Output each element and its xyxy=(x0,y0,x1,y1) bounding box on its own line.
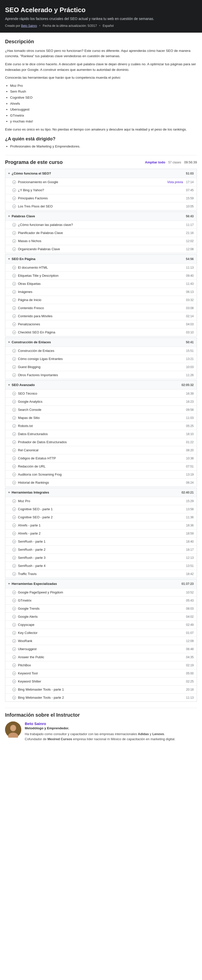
lecture-duration: 10:38 xyxy=(186,457,194,460)
lecture-item[interactable]: Construcción de Enlaces 15:51 xyxy=(5,347,197,355)
lecture-item[interactable]: Contenido para Móviles 02:14 xyxy=(5,312,197,320)
lecture-item[interactable]: Imágenes 06:13 xyxy=(5,288,197,296)
lecture-item[interactable]: Ahrefs - parte 2 18:59 xyxy=(5,529,197,537)
lecture-item[interactable]: Penalizaciones 04:03 xyxy=(5,320,197,328)
lecture-item[interactable]: Ubersuggest 06:48 xyxy=(5,645,197,653)
description-para-3: Conocerás las herramientas que harán que… xyxy=(5,75,197,80)
lecture-item[interactable]: Ahrefs - parte 1 18:36 xyxy=(5,521,197,529)
section-group-header[interactable]: ▾ Herramientas Especializadas 01:37:23 xyxy=(5,579,197,588)
lecture-item[interactable]: Google Alerts 04:02 xyxy=(5,612,197,620)
section-group-header[interactable]: ▾ Construcción de Enlaces 50:41 xyxy=(5,338,197,347)
lecture-item[interactable]: Guest Blogging 10:03 xyxy=(5,363,197,371)
lecture-item[interactable]: Cómo consigo Ligas Entrantes 13:21 xyxy=(5,355,197,363)
instructor-info: Beto Sainro Metodólogo y Emprendedor. Ha… xyxy=(25,721,175,741)
lecture-item[interactable]: Google PageSpeed y Pingdom 10:52 xyxy=(5,588,197,596)
lecture-item[interactable]: Otros Factores Importantes 11:26 xyxy=(5,371,197,379)
lecture-item[interactable]: Códigos de Estatus HTTP 10:38 xyxy=(5,454,197,462)
lecture-item[interactable]: SemRush - parte 1 18:40 xyxy=(5,537,197,546)
author-link[interactable]: Beto Sainro xyxy=(21,24,37,27)
lecture-duration: 13:21 xyxy=(186,357,194,361)
lecture-item[interactable]: Keyword Tool 05:00 xyxy=(5,669,197,677)
lecture-item[interactable]: SEO Técnico 16:39 xyxy=(5,389,197,398)
section-group-header[interactable]: ▾ Palabras Clave 56:43 xyxy=(5,212,197,221)
lecture-item[interactable]: Traffic Travis 18:42 xyxy=(5,570,197,578)
instructor-role: Metodólogo y Emprendedor. xyxy=(25,726,175,730)
svg-point-3 xyxy=(11,725,16,731)
lecture-name: Bing Webmaster Tools - parte 1 xyxy=(18,687,186,691)
lecture-duration: 11:13 xyxy=(186,696,194,700)
lecture-item[interactable]: Google Trends 08:03 xyxy=(5,605,197,612)
section-duration: 02:40:21 xyxy=(181,491,194,494)
lecture-item[interactable]: El documento HTML 11:13 xyxy=(5,263,197,271)
lecture-name: Contenido Fresco xyxy=(18,306,186,310)
instructor-name[interactable]: Beto Sainro xyxy=(25,721,175,726)
section-title: ¿Cómo funciona el SEO? xyxy=(12,172,51,175)
lecture-item[interactable]: Search Console 09:58 xyxy=(5,406,197,414)
lecture-item[interactable]: Robots.txt 05:25 xyxy=(5,422,197,430)
lecture-duration: 07:51 xyxy=(186,465,194,468)
lecture-item[interactable]: Posicionamiento en Google Vista previa 1… xyxy=(5,178,197,186)
lecture-item[interactable]: Probador de Datos Estructurados 01:22 xyxy=(5,438,197,446)
lecture-item[interactable]: Los Tres Pisos del SEO 10:05 xyxy=(5,202,197,210)
lecture-duration: 20:18 xyxy=(186,688,194,691)
section-group-header[interactable]: ▾ SEO En Página 54:56 xyxy=(5,255,197,263)
play-icon xyxy=(13,631,16,635)
lecture-duration: 04:35 xyxy=(186,655,194,659)
lecture-item[interactable]: Google Analytics 16:23 xyxy=(5,398,197,406)
lecture-item[interactable]: Redacción de URL 07:51 xyxy=(5,462,197,470)
section-group-header[interactable]: ▾ ¿Cómo funciona el SEO? 51:03 xyxy=(5,169,197,178)
lecture-item[interactable]: Masas o Nichos 12:02 xyxy=(5,237,197,245)
lecture-item[interactable]: Copyscape 02:49 xyxy=(5,620,197,628)
lecture-item[interactable]: Principales Factores 15:59 xyxy=(5,194,197,202)
lecture-name: Probador de Datos Estructurados xyxy=(18,440,186,444)
lecture-item[interactable]: SemRush - parte 2 18:17 xyxy=(5,546,197,554)
lecture-item[interactable]: Historial de Rankings 06:24 xyxy=(5,478,197,487)
lecture-item[interactable]: SemRush - parte 4 13:51 xyxy=(5,562,197,570)
lecture-item[interactable]: Organizando Palabras Clave 12:08 xyxy=(5,245,197,253)
lecture-item[interactable]: Cognitive SEO - parte 2 11:36 xyxy=(5,513,197,521)
section-group-header[interactable]: ▾ Herramientas Integrales 02:40:21 xyxy=(5,488,197,497)
play-icon xyxy=(13,599,16,602)
play-icon xyxy=(13,274,16,277)
lecture-name: Ahrefs - parte 1 xyxy=(18,523,186,527)
section-group-header[interactable]: ▾ SEO Avanzado 02:05:32 xyxy=(5,380,197,389)
play-icon xyxy=(13,481,16,484)
lecture-item[interactable]: Cognitive SEO - parte 1 13:58 xyxy=(5,505,197,513)
lecture-item[interactable]: Mapas de Sitio 11:03 xyxy=(5,414,197,422)
lecture-item[interactable]: Moz Pro 15:29 xyxy=(5,497,197,505)
expand-all-link[interactable]: Ampliar todo xyxy=(145,161,165,164)
lecture-item[interactable]: Etiquetas Title y Description 09:40 xyxy=(5,271,197,280)
section-group: ▾ SEO Avanzado 02:05:32 SEO Técnico 16:3… xyxy=(5,380,197,487)
lecture-item[interactable]: Datos Estructurados 18:10 xyxy=(5,430,197,438)
lecture-preview-link[interactable]: Vista previa xyxy=(167,180,183,184)
lecture-name: Answer the Public xyxy=(18,655,186,659)
lecture-item[interactable]: ¿Cómo funcionan las palabras clave? 11:1… xyxy=(5,221,197,229)
lecture-item[interactable]: Rel Canonical 08:20 xyxy=(5,446,197,454)
lecture-duration: 11:03 xyxy=(186,416,194,420)
instructor-section-title: Información sobre el Instructor xyxy=(5,712,197,718)
tool-item: Cognitive SEO xyxy=(10,95,197,100)
lecture-item[interactable]: PitchBox 02:19 xyxy=(5,661,197,669)
lecture-item[interactable]: Keyword Shitter 02:25 xyxy=(5,677,197,685)
lecture-item[interactable]: Key Collector 01:07 xyxy=(5,628,197,637)
lecture-item[interactable]: GTmetrix 05:43 xyxy=(5,596,197,605)
lecture-item[interactable]: Bing Webmaster Tools - parte 2 11:13 xyxy=(5,694,197,702)
lecture-item[interactable]: Answer the Public 04:35 xyxy=(5,653,197,661)
lecture-item[interactable]: Auditoría con Screaming Frog 13:19 xyxy=(5,470,197,478)
lecture-item[interactable]: WooRank 12:09 xyxy=(5,637,197,645)
play-icon xyxy=(13,523,16,527)
lecture-item[interactable]: Contenido Fresco 03:08 xyxy=(5,304,197,312)
lecture-item[interactable]: Checklist SEO En Página 03:10 xyxy=(5,328,197,336)
section-title: SEO Avanzado xyxy=(12,383,35,387)
lecture-item[interactable]: SemRush - parte 3 12:13 xyxy=(5,554,197,562)
lecture-item[interactable]: Página de Inicio 03:32 xyxy=(5,296,197,304)
lecture-item[interactable]: Otras Etiquetas 11:43 xyxy=(5,280,197,288)
description-title: Descripción xyxy=(5,37,197,45)
lecture-name: Guest Blogging xyxy=(18,365,186,369)
chevron-down-icon: ▾ xyxy=(8,491,10,494)
lecture-item[interactable]: Planificador de Palabras Clave 21:16 xyxy=(5,229,197,237)
lecture-item[interactable]: Bing Webmaster Tools - parte 1 20:18 xyxy=(5,685,197,694)
tool-item: y muchas más! xyxy=(10,119,197,124)
lecture-item[interactable]: ¿Y Bing y Yahoo? 07:45 xyxy=(5,186,197,194)
lecture-duration: 09:58 xyxy=(186,408,194,412)
